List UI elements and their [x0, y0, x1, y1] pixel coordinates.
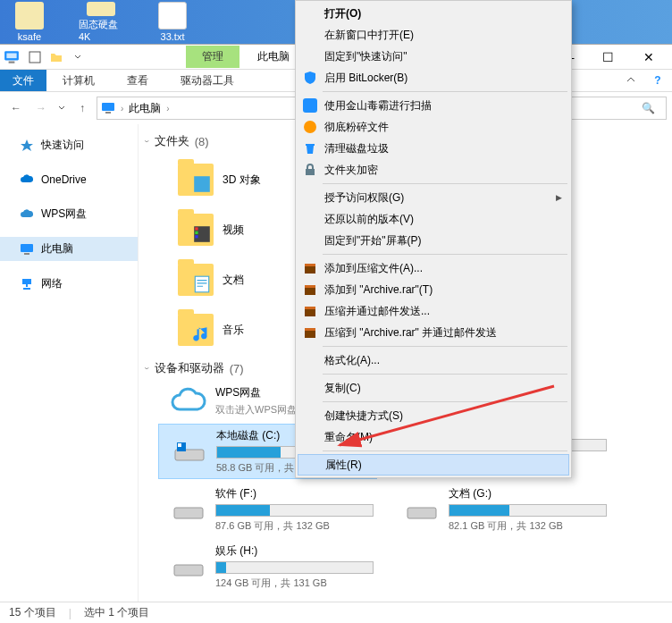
qat-dropdown[interactable] [68, 47, 88, 67]
folder-icon [87, 2, 115, 16]
svg-rect-7 [24, 253, 29, 255]
ctx-rar-add[interactable]: 添加到压缩文件(A)... [298, 257, 569, 279]
ctx-label: 在新窗口中打开(E) [324, 28, 562, 43]
cloud-icon [171, 386, 206, 417]
desktop-icon-33txt[interactable]: 33.txt [150, 2, 195, 42]
svg-rect-24 [306, 169, 315, 175]
separator [323, 91, 567, 92]
drive-item-g[interactable]: 文档 (G:) 82.1 GB 可用，共 132 GB [391, 483, 610, 536]
computer-tab[interactable]: 计算机 [46, 70, 111, 92]
sidebar-item-this-pc[interactable]: 此电脑 [0, 237, 138, 261]
sidebar-item-network[interactable]: 网络 [0, 272, 138, 296]
group-count: (7) [230, 362, 244, 375]
help-button[interactable]: ? [649, 74, 667, 87]
drive-name: 娱乐 (H:) [215, 543, 374, 559]
svg-rect-2 [9, 61, 15, 63]
maximize-button[interactable]: ☐ [588, 45, 628, 70]
search-icon[interactable]: 🔍 [642, 102, 655, 114]
winrar-icon [303, 325, 317, 340]
folder-icon [15, 2, 44, 29]
ctx-bitlocker[interactable]: 启用 BitLocker(B) [298, 67, 569, 88]
ctx-encrypt-folder[interactable]: 文件夹加密 [298, 159, 569, 181]
up-button[interactable]: ↑ [71, 97, 93, 119]
svg-rect-9 [194, 176, 210, 192]
drive-name: 文档 (G:) [449, 486, 607, 501]
drive-subtext: 124 GB 可用，共 131 GB [215, 577, 374, 590]
separator [323, 346, 567, 347]
ctx-grant-access[interactable]: 授予访问权限(G)▶ [298, 187, 569, 208]
forward-button[interactable]: → [30, 97, 52, 119]
drive-capacity-bar [215, 561, 374, 574]
ctx-rar-mail1[interactable]: 压缩并通过邮件发送... [298, 300, 569, 322]
context-menu: 打开(O) 在新窗口中打开(E) 固定到"快速访问" 启用 BitLocker(… [295, 0, 572, 478]
status-bar: 15 个项目 | 选中 1 个项目 [0, 602, 672, 623]
svg-rect-3 [29, 52, 40, 63]
ctx-pin-start[interactable]: 固定到"开始"屏幕(P) [298, 230, 569, 251]
ctx-rename[interactable]: 重命名(M) [298, 426, 569, 448]
drive-item-h[interactable]: 娱乐 (H:) 124 GB 可用，共 131 GB [158, 540, 377, 594]
ribbon-contextual-manage[interactable]: 管理 [186, 46, 239, 68]
ctx-format[interactable]: 格式化(A)... [298, 349, 569, 371]
ribbon-collapse-button[interactable] [622, 74, 640, 88]
desktop-icon-ksafe[interactable]: ksafe [7, 2, 52, 42]
ctx-rar-archive[interactable]: 添加到 "Archive.rar"(T) [298, 279, 569, 300]
textfile-icon [158, 2, 187, 29]
lock-icon [303, 163, 317, 177]
ctx-clean-disk[interactable]: 清理磁盘垃圾 [298, 138, 569, 159]
drive-subtext: 82.1 GB 可用，共 132 GB [449, 519, 607, 533]
ctx-rar-mail2[interactable]: 压缩到 "Archive.rar" 并通过邮件发送 [298, 322, 569, 343]
ctx-shred[interactable]: 彻底粉碎文件 [298, 116, 569, 138]
window-title: 此电脑 [257, 49, 290, 64]
cloud-icon [20, 173, 34, 187]
winrar-icon [303, 261, 317, 275]
qat-new-folder-button[interactable] [46, 47, 66, 67]
qat-properties-button[interactable] [25, 47, 45, 67]
drive-item-f[interactable]: 软件 (F:) 87.6 GB 可用，共 132 GB [158, 483, 377, 536]
ctx-label: 授予访问权限(G) [324, 190, 549, 206]
ctx-label: 固定到"快速访问" [324, 49, 562, 64]
group-title: 设备和驱动器 [155, 360, 224, 376]
sidebar-item-label: WPS网盘 [41, 206, 87, 222]
separator [323, 374, 567, 375]
ctx-label: 使用金山毒霸进行扫描 [324, 98, 562, 114]
sidebar-item-onedrive[interactable]: OneDrive [0, 168, 138, 191]
ctx-label: 添加到压缩文件(A)... [324, 261, 562, 276]
back-button[interactable]: ← [5, 97, 27, 119]
ctx-copy[interactable]: 复制(C) [298, 377, 569, 399]
svg-rect-32 [305, 328, 315, 331]
recent-locations-button[interactable] [55, 97, 68, 119]
view-tab[interactable]: 查看 [111, 70, 164, 92]
svg-point-23 [304, 121, 316, 133]
ctx-open[interactable]: 打开(O) [298, 3, 569, 24]
svg-rect-21 [174, 565, 203, 576]
winrar-icon [303, 304, 317, 318]
ctx-pin-quick-access[interactable]: 固定到"快速访问" [298, 46, 569, 67]
sidebar-item-quick-access[interactable]: 快速访问 [0, 133, 138, 157]
svg-rect-1 [6, 53, 16, 58]
svg-rect-8 [22, 279, 31, 284]
breadcrumb-separator[interactable]: › [121, 104, 123, 114]
ctx-label: 固定到"开始"屏幕(P) [324, 233, 562, 248]
ctx-jinshan-scan[interactable]: 使用金山毒霸进行扫描 [298, 95, 569, 116]
ctx-restore-previous[interactable]: 还原以前的版本(V) [298, 208, 569, 230]
ctx-properties[interactable]: 属性(R) [298, 454, 569, 476]
desktop-icon-ssd4k[interactable]: 固态硬盘4K [79, 2, 123, 42]
folder-label: 文档 [223, 273, 244, 288]
drive-tools-tab[interactable]: 驱动器工具 [164, 70, 250, 92]
desktop-icon-label: ksafe [18, 31, 41, 42]
star-icon [20, 139, 34, 153]
folder-label: 视频 [223, 223, 244, 238]
ctx-create-shortcut[interactable]: 创建快捷方式(S) [298, 405, 569, 426]
submenu-arrow-icon: ▶ [556, 193, 562, 202]
sidebar-item-wps[interactable]: WPS网盘 [0, 202, 138, 226]
ctx-open-new-window[interactable]: 在新窗口中打开(E) [298, 24, 569, 46]
breadcrumb-item[interactable]: 此电脑 [129, 101, 161, 116]
svg-rect-4 [102, 103, 114, 111]
close-button[interactable]: ✕ [628, 45, 668, 70]
breadcrumb-separator[interactable]: › [166, 104, 169, 114]
file-tab[interactable]: 文件 [0, 70, 46, 91]
disk-icon [404, 494, 440, 525]
chevron-down-icon: › [142, 140, 153, 142]
separator [323, 401, 567, 402]
folder-icon [178, 164, 214, 196]
